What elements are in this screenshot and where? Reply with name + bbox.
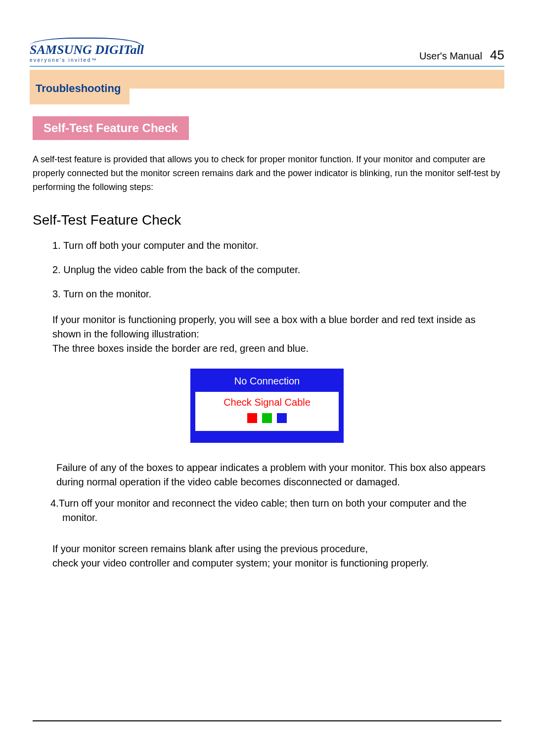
step-4: 4.Turn off your monitor and reconnect th… — [50, 496, 501, 525]
diagram-title: No Connection — [195, 374, 339, 392]
header-right: User's Manual 45 — [419, 47, 504, 63]
blue-square-icon — [277, 413, 287, 423]
no-connection-diagram: No Connection Check Signal Cable — [190, 369, 344, 443]
green-square-icon — [262, 413, 272, 423]
closing-block: If your monitor screen remains blank aft… — [33, 542, 501, 570]
step-2: 2. Unplug the video cable from the back … — [52, 262, 501, 278]
closing-line-2: check your video controller and computer… — [52, 558, 429, 568]
diagram-inner: Check Signal Cable — [195, 392, 339, 431]
footer-rule — [33, 720, 501, 721]
logo-tagline: everyone's invited™ — [30, 57, 97, 63]
steps-list: 1. Turn off both your computer and the m… — [33, 238, 501, 302]
section-bar: Troubleshooting — [30, 70, 504, 89]
sub-heading: Self-Test Feature Check — [33, 212, 501, 228]
page: SAMSUNG DIGITall everyone's invited™ Use… — [0, 0, 534, 756]
intro-text: A self-test feature is provided that all… — [33, 153, 501, 194]
rgb-squares — [195, 413, 339, 423]
content-area: Self-Test Feature Check A self-test feat… — [30, 89, 504, 570]
failure-note: Failure of any of the boxes to appear in… — [33, 461, 501, 489]
after-steps-line-1: If your monitor is functioning properly,… — [52, 314, 476, 339]
after-steps-line-2: The three boxes inside the border are re… — [52, 343, 309, 354]
diagram-message: Check Signal Cable — [195, 397, 339, 408]
closing-line-1: If your monitor screen remains blank aft… — [52, 543, 368, 554]
page-number: 45 — [490, 47, 504, 63]
step-1: 1. Turn off both your computer and the m… — [52, 238, 501, 253]
pink-heading: Self-Test Feature Check — [33, 116, 189, 140]
doc-label: User's Manual — [419, 50, 482, 62]
red-square-icon — [247, 413, 257, 423]
page-header: SAMSUNG DIGITall everyone's invited™ Use… — [30, 40, 504, 67]
after-steps-block: If your monitor is functioning properly,… — [33, 313, 501, 356]
brand-logo: SAMSUNG DIGITall everyone's invited™ — [30, 40, 144, 63]
logo-text: SAMSUNG DIGITall — [30, 40, 144, 56]
step-4-block: 4.Turn off your monitor and reconnect th… — [33, 496, 501, 525]
step-3: 3. Turn on the monitor. — [52, 286, 501, 302]
